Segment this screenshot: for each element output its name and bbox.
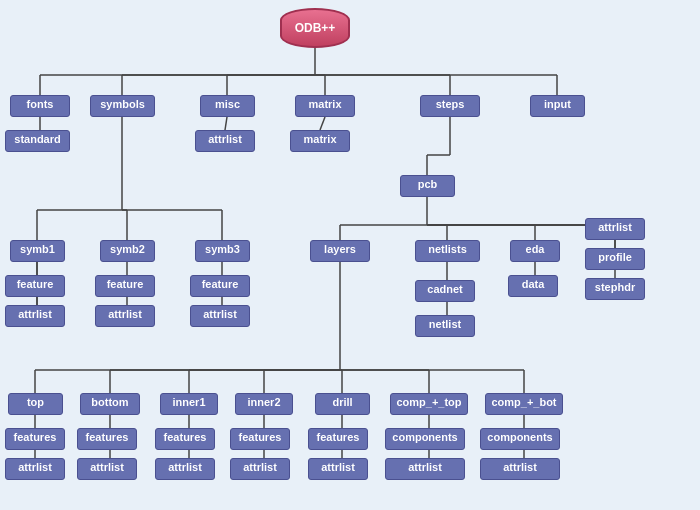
- node-attrlist2: attrlist: [585, 218, 645, 240]
- svg-line-14: [225, 117, 227, 130]
- node-standard: standard: [5, 130, 70, 152]
- node-top: top: [8, 393, 63, 415]
- node-drill: drill: [315, 393, 370, 415]
- node-attrl1: attrlist: [5, 305, 65, 327]
- node-netlists: netlists: [415, 240, 480, 262]
- node-inner2: inner2: [235, 393, 293, 415]
- tree-container: ODB++fontssymbolsmiscmatrixstepsinputsta…: [0, 0, 700, 510]
- node-matrix: matrix: [295, 95, 355, 117]
- node-pcb: pcb: [400, 175, 455, 197]
- node-attrl_drl: attrlist: [308, 458, 368, 480]
- node-attrl_in2: attrlist: [230, 458, 290, 480]
- node-attrl_cb: attrlist: [480, 458, 560, 480]
- node-cadnet: cadnet: [415, 280, 475, 302]
- node-symbols: symbols: [90, 95, 155, 117]
- node-symb2: symb2: [100, 240, 155, 262]
- node-feat_top: features: [5, 428, 65, 450]
- node-attrl_bot: attrlist: [77, 458, 137, 480]
- node-layers: layers: [310, 240, 370, 262]
- node-misc: misc: [200, 95, 255, 117]
- node-profile: profile: [585, 248, 645, 270]
- node-stephdr: stephdr: [585, 278, 645, 300]
- node-matrix2: matrix: [290, 130, 350, 152]
- node-inner1: inner1: [160, 393, 218, 415]
- root-node: ODB++: [280, 8, 350, 48]
- node-comp_bot: components: [480, 428, 560, 450]
- node-input: input: [530, 95, 585, 117]
- node-data: data: [508, 275, 558, 297]
- node-attrlist1: attrlist: [195, 130, 255, 152]
- node-feat_bot: features: [77, 428, 137, 450]
- node-feat_in1: features: [155, 428, 215, 450]
- node-feat_drl: features: [308, 428, 368, 450]
- node-feat_in2: features: [230, 428, 290, 450]
- node-symb1: symb1: [10, 240, 65, 262]
- node-fonts: fonts: [10, 95, 70, 117]
- node-symb3: symb3: [195, 240, 250, 262]
- svg-line-15: [320, 117, 325, 130]
- node-compptop: comp_+_top: [390, 393, 468, 415]
- node-feat1: feature: [5, 275, 65, 297]
- node-feat3: feature: [190, 275, 250, 297]
- node-eda: eda: [510, 240, 560, 262]
- node-bottom: bottom: [80, 393, 140, 415]
- node-netlist: netlist: [415, 315, 475, 337]
- node-feat2: feature: [95, 275, 155, 297]
- node-comppbot: comp_+_bot: [485, 393, 563, 415]
- node-attrl3: attrlist: [190, 305, 250, 327]
- node-attrl_ct: attrlist: [385, 458, 465, 480]
- node-attrl_in1: attrlist: [155, 458, 215, 480]
- node-steps: steps: [420, 95, 480, 117]
- node-comp_top: components: [385, 428, 465, 450]
- node-attrl_top: attrlist: [5, 458, 65, 480]
- node-attrl2: attrlist: [95, 305, 155, 327]
